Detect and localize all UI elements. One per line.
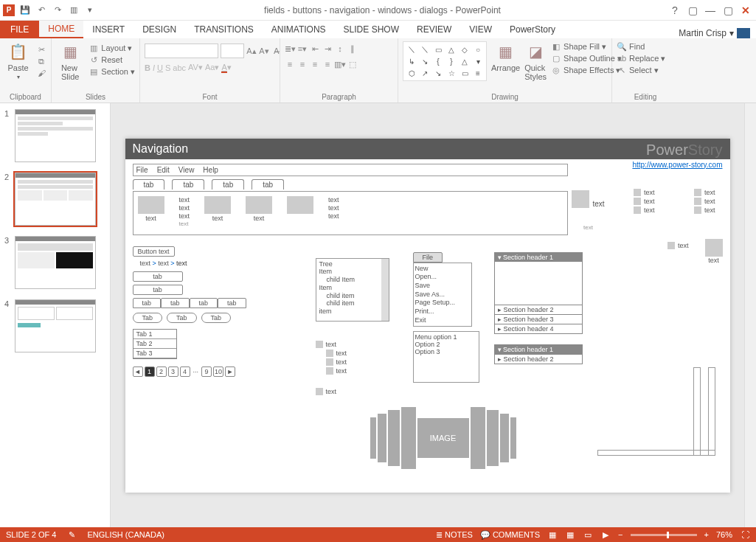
font-name-combo[interactable]	[145, 44, 218, 58]
justify-icon[interactable]: ≡	[322, 59, 333, 69]
ribbon-tab-powerstory[interactable]: PowerStory	[501, 21, 564, 38]
help-icon[interactable]: ?	[669, 4, 681, 16]
sorter-view-icon[interactable]: ▦	[565, 529, 575, 540]
zoom-in-button[interactable]: +	[704, 530, 709, 539]
mock-tabs-top: tabtabtabtab	[133, 179, 723, 190]
new-slide-icon: ▦	[60, 41, 80, 62]
qat-more-icon[interactable]: ▾	[84, 4, 96, 16]
indent-icon[interactable]: ⇥	[322, 44, 333, 54]
smartart-icon[interactable]: ⬚	[347, 59, 358, 69]
font-color-button[interactable]: A▾	[221, 63, 231, 72]
ribbon-options-icon[interactable]: ▢	[687, 4, 698, 16]
select-button[interactable]: ↖Select ▾	[617, 65, 665, 75]
save-icon[interactable]: 💾	[19, 4, 31, 16]
maximize-icon[interactable]: ▢	[722, 4, 734, 16]
numbering-icon[interactable]: ≡▾	[297, 44, 308, 54]
minimize-icon[interactable]: —	[704, 4, 716, 16]
slide-thumbnail-panel[interactable]: 1 2 3 4	[0, 103, 111, 527]
grow-font-icon[interactable]: A▴	[246, 46, 257, 56]
close-icon[interactable]: ✕	[740, 4, 752, 16]
ribbon-tab-transitions[interactable]: TRANSITIONS	[185, 21, 263, 38]
clipboard-icon: 📋	[8, 41, 29, 62]
text-direction-icon[interactable]: ∥	[347, 44, 358, 54]
case-button[interactable]: Aa▾	[205, 63, 219, 72]
slide-editor[interactable]: Navigation PowerStory http://www.power-s…	[111, 103, 744, 527]
quick-styles-button[interactable]: ◪Quick Styles	[524, 41, 547, 81]
title-bar: P 💾 ↶ ↷ ▥ ▾ fields - buttons - navigatio…	[0, 0, 756, 21]
reset-button[interactable]: ↺Reset	[89, 55, 135, 65]
replace-button[interactable]: abReplace ▾	[617, 53, 665, 63]
copy-icon[interactable]: ⧉	[36, 56, 46, 66]
zoom-out-button[interactable]: −	[618, 530, 623, 539]
group-label: Editing	[617, 93, 674, 101]
mock-slider	[597, 450, 715, 456]
slideshow-view-icon[interactable]: ▶	[600, 529, 611, 540]
slide-title: Navigation	[125, 139, 730, 159]
align-left-icon[interactable]: ≡	[285, 59, 295, 69]
slide-canvas[interactable]: Navigation PowerStory http://www.power-s…	[125, 139, 730, 493]
group-label: Drawing	[403, 93, 607, 101]
shape-fill-button[interactable]: ◧Shape Fill ▾	[551, 41, 622, 52]
fit-window-icon[interactable]: ⛶	[740, 529, 750, 540]
ribbon-tab-review[interactable]: REVIEW	[408, 21, 460, 38]
slide-thumb[interactable]: 1	[4, 109, 105, 162]
language-label[interactable]: ENGLISH (CANADA)	[87, 530, 164, 539]
italic-button[interactable]: I	[153, 63, 155, 72]
bullets-icon[interactable]: ≣▾	[285, 44, 295, 54]
shapes-gallery[interactable]: ＼＼▭△◇○ ↳↘{}△▾ ⬡↗↘☆▭≡	[403, 41, 487, 81]
zoom-level[interactable]: 76%	[716, 530, 732, 539]
slide-thumb[interactable]: 2	[4, 173, 105, 226]
arrange-icon: ▦	[496, 41, 516, 62]
align-center-icon[interactable]: ≡	[297, 59, 308, 69]
new-slide-button[interactable]: ▦New Slide	[56, 41, 84, 81]
font-size-combo[interactable]	[221, 44, 244, 58]
align-right-icon[interactable]: ≡	[310, 59, 320, 69]
ribbon-tab-view[interactable]: VIEW	[460, 21, 501, 38]
arrange-button[interactable]: ▦Arrange	[491, 41, 520, 72]
layout-icon: ▥	[89, 43, 99, 53]
bold-button[interactable]: B	[145, 63, 150, 72]
slide-thumb[interactable]: 4	[4, 299, 105, 352]
find-button[interactable]: 🔍Find	[617, 41, 665, 52]
line-spacing-icon[interactable]: ↕	[335, 44, 345, 54]
ribbon: 📋Paste▾ ✂ ⧉ 🖌 Clipboard ▦New Slide ▥Layo…	[0, 38, 756, 103]
columns-icon[interactable]: ▥▾	[335, 59, 345, 69]
outdent-icon[interactable]: ⇤	[310, 44, 320, 54]
redo-icon[interactable]: ↷	[52, 4, 63, 16]
start-show-icon[interactable]: ▥	[68, 4, 80, 16]
shape-outline-button[interactable]: ▢Shape Outline ▾	[551, 53, 622, 63]
comments-button[interactable]: 💬 COMMENTS	[480, 530, 540, 540]
ribbon-tab-slideshow[interactable]: SLIDE SHOW	[335, 21, 408, 38]
account-label[interactable]: Martin Crisp ▾	[679, 28, 756, 38]
ribbon-tab-home[interactable]: HOME	[39, 21, 83, 38]
spacing-button[interactable]: AV▾	[188, 63, 203, 72]
spellcheck-icon[interactable]: ✎	[66, 529, 77, 540]
normal-view-icon[interactable]: ▦	[547, 529, 558, 540]
strike-button[interactable]: abc	[173, 63, 186, 72]
window-title: fields - buttons - navigation - windows …	[96, 5, 669, 15]
ribbon-tab-insert[interactable]: INSERT	[83, 21, 133, 38]
shape-effects-button[interactable]: ◎Shape Effects ▾	[551, 65, 622, 75]
section-icon: ▤	[89, 66, 99, 77]
section-button[interactable]: ▤Section ▾	[89, 66, 135, 77]
shadow-button[interactable]: S	[165, 63, 170, 72]
shrink-font-icon[interactable]: A▾	[259, 46, 269, 56]
paste-button[interactable]: 📋Paste▾	[4, 41, 32, 80]
file-tab[interactable]: FILE	[0, 21, 39, 38]
zoom-slider[interactable]	[631, 534, 697, 536]
ribbon-tab-design[interactable]: DESIGN	[133, 21, 185, 38]
find-icon: 🔍	[617, 41, 627, 52]
slide-thumb[interactable]: 3	[4, 236, 105, 289]
cut-icon[interactable]: ✂	[36, 44, 46, 55]
layout-button[interactable]: ▥Layout ▾	[89, 43, 135, 53]
slide-counter[interactable]: SLIDE 2 OF 4	[6, 530, 56, 539]
underline-button[interactable]: U	[157, 63, 163, 72]
brand-link[interactable]: http://www.power-story.com	[632, 161, 722, 169]
mock-tab-content: text texttexttexttext text text texttext…	[133, 191, 568, 235]
ribbon-tab-animations[interactable]: ANIMATIONS	[263, 21, 335, 38]
notes-button[interactable]: ≣ NOTES	[436, 530, 473, 540]
format-painter-icon[interactable]: 🖌	[36, 68, 46, 78]
editor-scrollbar[interactable]	[744, 103, 756, 527]
undo-icon[interactable]: ↶	[35, 4, 47, 16]
reading-view-icon[interactable]: ▭	[583, 529, 593, 540]
